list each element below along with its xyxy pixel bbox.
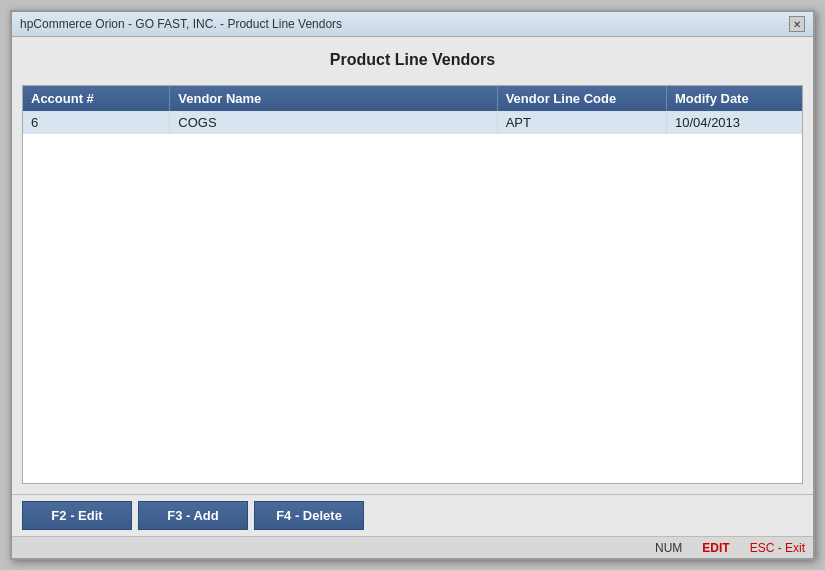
- status-edit: EDIT: [702, 541, 729, 555]
- status-esc: ESC - Exit: [750, 541, 805, 555]
- close-button[interactable]: ✕: [789, 16, 805, 32]
- delete-button[interactable]: F4 - Delete: [254, 501, 364, 530]
- col-header-line-code: Vendor Line Code: [497, 86, 666, 111]
- title-bar-text: hpCommerce Orion - GO FAST, INC. - Produ…: [20, 17, 342, 31]
- page-title: Product Line Vendors: [22, 47, 803, 73]
- cell-modify-date: 10/04/2013: [667, 111, 803, 134]
- vendors-table: Account # Vendor Name Vendor Line Code M…: [23, 86, 802, 134]
- table-body: 6COGSAPT10/04/2013: [23, 111, 802, 134]
- title-bar: hpCommerce Orion - GO FAST, INC. - Produ…: [12, 12, 813, 37]
- cell-line-code: APT: [497, 111, 666, 134]
- main-window: hpCommerce Orion - GO FAST, INC. - Produ…: [10, 10, 815, 560]
- col-header-vendor: Vendor Name: [170, 86, 497, 111]
- add-button[interactable]: F3 - Add: [138, 501, 248, 530]
- col-header-modify-date: Modify Date: [667, 86, 803, 111]
- bottom-bar: F2 - Edit F3 - Add F4 - Delete: [12, 494, 813, 536]
- status-num: NUM: [655, 541, 682, 555]
- cell-account: 6: [23, 111, 170, 134]
- col-header-account: Account #: [23, 86, 170, 111]
- edit-button[interactable]: F2 - Edit: [22, 501, 132, 530]
- table-header: Account # Vendor Name Vendor Line Code M…: [23, 86, 802, 111]
- cell-vendor: COGS: [170, 111, 497, 134]
- status-bar: NUM EDIT ESC - Exit: [12, 536, 813, 558]
- window-content: Product Line Vendors Account # Vendor Na…: [12, 37, 813, 494]
- data-table-container: Account # Vendor Name Vendor Line Code M…: [22, 85, 803, 484]
- table-row[interactable]: 6COGSAPT10/04/2013: [23, 111, 802, 134]
